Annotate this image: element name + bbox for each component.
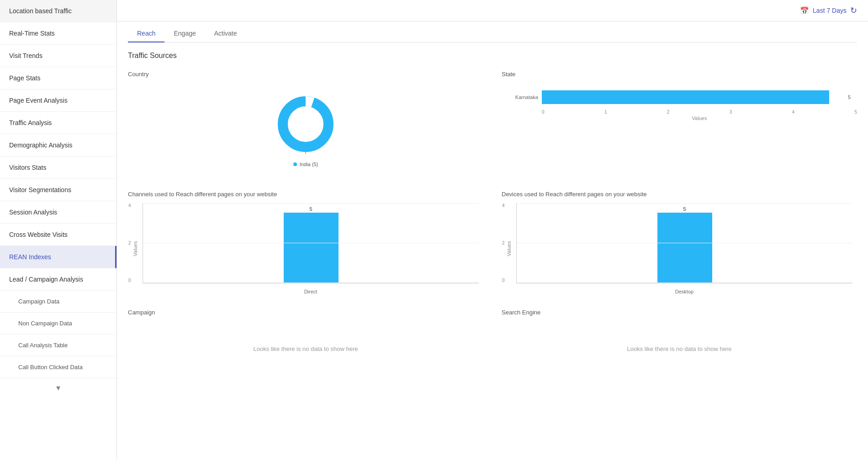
channels-y-title: Values bbox=[132, 241, 138, 256]
sidebar-item-demographic-analysis[interactable]: Demographic Analysis bbox=[0, 134, 116, 157]
refresh-icon[interactable]: ↻ bbox=[850, 5, 857, 16]
topbar: 📅 Last 7 Days ↻ bbox=[117, 0, 868, 21]
sidebar-item-call-button-clicked-data[interactable]: Call Button Clicked Data bbox=[0, 356, 116, 378]
country-legend: India (5) bbox=[293, 162, 318, 167]
state-bar-fill bbox=[542, 90, 829, 104]
search-engine-chart-label: Search Engine bbox=[502, 309, 857, 316]
state-bar-row: Karnataka 5 bbox=[502, 90, 857, 104]
svg-point-2 bbox=[292, 110, 319, 138]
devices-bar-fill bbox=[657, 213, 712, 283]
state-xaxis-labels: 0 1 2 3 4 5 bbox=[542, 108, 857, 115]
section-title: Traffic Sources bbox=[128, 52, 857, 60]
state-xaxis-title: Values bbox=[542, 115, 857, 121]
country-chart-block: Country bbox=[128, 71, 483, 176]
campaign-chart-label: Campaign bbox=[128, 309, 483, 316]
state-chart-label: State bbox=[502, 71, 857, 78]
channels-bar-fill bbox=[284, 213, 339, 283]
date-label[interactable]: Last 7 Days bbox=[813, 7, 847, 14]
devices-chart-block: Devices used to Reach different pages on… bbox=[502, 191, 857, 294]
devices-y-labels: 0 2 4 bbox=[502, 203, 505, 283]
channels-bar-col: 5 bbox=[284, 203, 339, 283]
country-donut-container: India (5) bbox=[128, 83, 483, 176]
devices-chart-area: Values 0 2 4 5 bbox=[502, 203, 857, 294]
sidebar: Location based TrafficReal-Time StatsVis… bbox=[0, 0, 117, 460]
state-bar-track bbox=[542, 90, 844, 104]
country-legend-label: India (5) bbox=[300, 162, 318, 167]
devices-chart-label: Devices used to Reach different pages on… bbox=[502, 191, 857, 198]
channels-bar-value-label: 5 bbox=[309, 206, 312, 212]
sidebar-item-lead-campaign-analysis[interactable]: Lead / Campaign Analysis bbox=[0, 268, 116, 291]
tab-reach[interactable]: Reach bbox=[128, 25, 164, 42]
sidebar-chevron[interactable]: ▾ bbox=[0, 378, 116, 397]
sidebar-item-traffic-analysis[interactable]: Traffic Analysis bbox=[0, 112, 116, 134]
calendar-icon: 📅 bbox=[800, 6, 809, 15]
sidebar-item-non-campaign-data[interactable]: Non Campaign Data bbox=[0, 313, 116, 335]
charts-grid: Country bbox=[128, 71, 857, 376]
country-chart-label: Country bbox=[128, 71, 483, 78]
search-engine-no-data: Looks like there is no data to show here bbox=[502, 321, 857, 376]
devices-x-label: Desktop bbox=[516, 289, 852, 294]
channels-x-label: Direct bbox=[143, 289, 479, 294]
campaign-no-data: Looks like there is no data to show here bbox=[128, 321, 483, 376]
channels-bar-area: 0 2 4 5 bbox=[143, 203, 479, 283]
country-donut bbox=[274, 92, 338, 156]
channels-chart-label: Channels used to Reach different pages o… bbox=[128, 191, 483, 198]
devices-y-title: Values bbox=[506, 241, 512, 256]
state-bar-label: Karnataka bbox=[502, 94, 538, 100]
sidebar-item-rean-indexes[interactable]: REAN Indexes bbox=[0, 246, 116, 268]
sidebar-item-page-stats[interactable]: Page Stats bbox=[0, 67, 116, 89]
sidebar-item-campaign-data[interactable]: Campaign Data bbox=[0, 291, 116, 313]
state-chart-block: State Karnataka 5 0 1 2 3 4 bbox=[502, 71, 857, 176]
tab-activate[interactable]: Activate bbox=[205, 25, 246, 42]
channels-y-labels: 0 2 4 bbox=[128, 203, 131, 283]
sidebar-item-visitor-segmentations[interactable]: Visitor Segmentations bbox=[0, 179, 116, 201]
state-chart: Karnataka 5 0 1 2 3 4 5 Values bbox=[502, 83, 857, 121]
main-content: 📅 Last 7 Days ↻ ReachEngageActivate Traf… bbox=[117, 0, 868, 460]
campaign-chart-block: Campaign Looks like there is no data to … bbox=[128, 309, 483, 376]
channels-chart-area: Values 0 2 4 bbox=[128, 203, 483, 294]
sidebar-item-call-analysis-table[interactable]: Call Analysis Table bbox=[0, 335, 116, 356]
channels-chart-block: Channels used to Reach different pages o… bbox=[128, 191, 483, 294]
sidebar-item-session-analysis[interactable]: Session Analysis bbox=[0, 201, 116, 224]
sidebar-item-cross-website-visits[interactable]: Cross Website Visits bbox=[0, 224, 116, 246]
sidebar-item-real-time-stats[interactable]: Real-Time Stats bbox=[0, 22, 116, 45]
sidebar-item-location-based-traffic[interactable]: Location based Traffic bbox=[0, 0, 116, 22]
devices-bar-area: 0 2 4 5 bbox=[516, 203, 852, 283]
tabs-container: ReachEngageActivate bbox=[128, 21, 857, 42]
tab-engage[interactable]: Engage bbox=[164, 25, 205, 42]
sidebar-item-page-event-analysis[interactable]: Page Event Analysis bbox=[0, 89, 116, 112]
sidebar-item-visit-trends[interactable]: Visit Trends bbox=[0, 45, 116, 67]
devices-bar-col: 5 bbox=[657, 203, 712, 283]
content-area: ReachEngageActivate Traffic Sources Coun… bbox=[117, 21, 868, 460]
devices-bar-value-label: 5 bbox=[683, 206, 686, 212]
search-engine-chart-block: Search Engine Looks like there is no dat… bbox=[502, 309, 857, 376]
sidebar-item-visitors-stats[interactable]: Visitors Stats bbox=[0, 157, 116, 179]
state-bar-value: 5 bbox=[848, 94, 857, 100]
country-legend-dot bbox=[293, 162, 297, 166]
